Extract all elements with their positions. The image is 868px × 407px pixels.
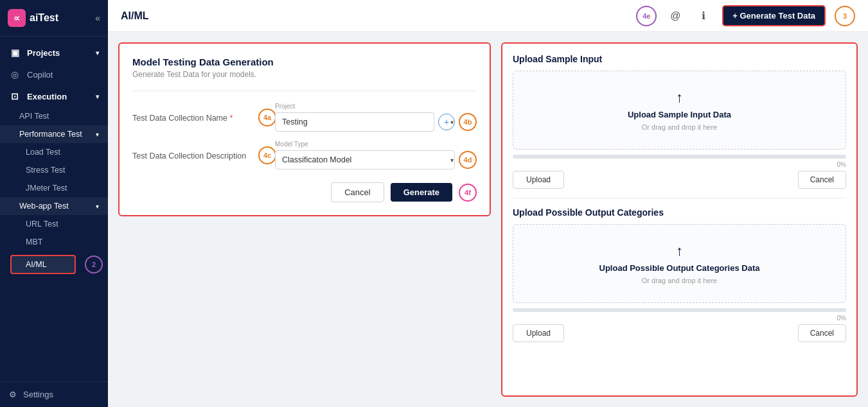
execution-chevron: ▾ (96, 93, 99, 100)
sidebar-item-api-test[interactable]: API Test (0, 107, 108, 125)
execution-label: Execution (27, 92, 67, 101)
copilot-icon: ◎ (9, 69, 21, 80)
upload-sample-button[interactable]: Upload (513, 171, 564, 189)
desc-label-col: Test Data Collection Description 4c (132, 150, 267, 161)
logo: ∝ aiTest (8, 9, 58, 27)
upload-sample-main-text: Upload Sample Input Data (628, 110, 731, 119)
settings-icon: ⚙ (9, 390, 17, 399)
name-label-col: Test Data Collection Name * 4a (132, 112, 267, 123)
annotation-4a: 4a (258, 108, 276, 126)
right-panel: Upload Sample Input ↑ Upload Sample Inpu… (501, 42, 858, 397)
mbt-label: MBT (26, 238, 42, 247)
upload-sample-progress-bar (513, 155, 846, 159)
upload-sample-dropzone[interactable]: ↑ Upload Sample Input Data Or drag and d… (513, 71, 846, 150)
generate-test-data-button[interactable]: + Generate Test Data (722, 5, 826, 26)
upload-sample-icon: ↑ (676, 89, 683, 106)
upload-sample-section: Upload Sample Input ↑ Upload Sample Inpu… (513, 54, 846, 189)
sidebar-item-jmeter-test[interactable]: JMeter Test (0, 179, 108, 197)
sidebar-item-stress-test[interactable]: Stress Test (0, 161, 108, 179)
upload-output-title: Upload Possible Output Categories (513, 207, 846, 218)
settings-item[interactable]: ⚙ Settings (9, 390, 99, 399)
upload-output-sub-text: Or drag and drop it here (642, 277, 717, 284)
url-test-label: URL Test (26, 220, 58, 229)
sidebar-item-projects[interactable]: ▣ Projects ▾ (0, 42, 108, 64)
form-row-desc-model: Test Data Collection Description 4c Mode… (132, 141, 477, 169)
generate-button[interactable]: Generate (391, 183, 452, 202)
sidebar-item-url-test[interactable]: URL Test (0, 215, 108, 233)
collapse-button[interactable]: « (95, 13, 100, 23)
upload-output-progress-label: 0% (513, 315, 846, 322)
upload-output-main-text: Upload Possible Output Categories Data (599, 263, 760, 273)
annotation-4d: 4d (459, 151, 477, 169)
upload-sample-progress-label: 0% (513, 161, 846, 168)
annotation-2: 2 (85, 255, 103, 273)
form-subtitle: Generate Test Data for your models. (132, 70, 477, 79)
sections-divider (513, 198, 846, 198)
info-icon-btn[interactable]: ℹ (694, 6, 713, 26)
project-select[interactable]: Testing (275, 112, 434, 132)
upload-output-actions: Upload Cancel (513, 324, 846, 342)
jmeter-test-label: JMeter Test (26, 184, 67, 193)
copilot-label: Copilot (27, 70, 53, 80)
sidebar-item-execution[interactable]: ⊡ Execution ▾ (0, 85, 108, 107)
sidebar-item-web-app-test[interactable]: Web-app Test ▾ (0, 197, 108, 215)
ai-ml-label: AI/ML (26, 260, 47, 269)
annotation-4c: 4c (258, 146, 276, 164)
sidebar-nav: ▣ Projects ▾ ◎ Copilot ⊡ Execution ▾ API… (0, 37, 108, 381)
project-sub-label: Project (275, 103, 477, 110)
settings-label: Settings (23, 390, 53, 399)
page-title: AI/ML (121, 10, 149, 22)
add-project-button[interactable]: + (438, 114, 455, 130)
upload-sample-actions: Upload Cancel (513, 171, 846, 189)
annotation-4e: 4e (636, 6, 657, 26)
upload-output-progress-bar (513, 308, 846, 312)
upload-output-cancel-button[interactable]: Cancel (798, 324, 846, 342)
stress-test-label: Stress Test (26, 166, 66, 175)
annotation-4f: 4f (459, 184, 477, 202)
logo-icon: ∝ (8, 9, 26, 27)
upload-output-section: Upload Possible Output Categories ↑ Uplo… (513, 207, 846, 342)
perf-chevron: ▾ (96, 131, 99, 138)
sidebar: ∝ aiTest « ▣ Projects ▾ ◎ Copilot ⊡ Exec… (0, 0, 108, 407)
sidebar-item-mbt[interactable]: MBT (0, 233, 108, 251)
required-marker: * (229, 114, 233, 123)
form-title: Model Testing Data Generation (132, 56, 477, 67)
upload-output-button[interactable]: Upload (513, 324, 564, 342)
web-app-test-label: Web-app Test (19, 202, 69, 211)
load-test-label: Load Test (26, 148, 60, 157)
model-type-sub-label: Model Type (275, 141, 477, 148)
sidebar-item-load-test[interactable]: Load Test (0, 143, 108, 161)
sidebar-header: ∝ aiTest « (0, 0, 108, 37)
left-panel: Model Testing Data Generation Generate T… (118, 42, 491, 397)
content-area: Model Testing Data Generation Generate T… (108, 32, 868, 407)
name-label: Test Data Collection Name * (132, 114, 233, 123)
model-type-col: Model Type Classificaton Model ▾ 4d (275, 141, 477, 169)
projects-chevron: ▾ (96, 49, 99, 56)
performance-test-label: Performance Test (19, 130, 82, 139)
topbar-actions: 4e @ ℹ + Generate Test Data 3 (636, 5, 855, 26)
sidebar-item-ai-ml[interactable]: AI/ML (10, 255, 76, 274)
annotation-3: 3 (835, 6, 855, 26)
model-type-select[interactable]: Classificaton Model (275, 150, 455, 169)
cancel-button[interactable]: Cancel (331, 182, 384, 202)
form-row-name-project: Test Data Collection Name * 4a Project T… (132, 103, 477, 132)
upload-sample-cancel-button[interactable]: Cancel (798, 171, 846, 189)
topbar: AI/ML 4e @ ℹ + Generate Test Data 3 (108, 0, 868, 32)
sidebar-item-ai-ml-wrap: AI/ML 2 (5, 254, 103, 275)
project-select-wrap: Testing ▾ + 4b (275, 112, 477, 132)
form-actions: Cancel Generate 4f (132, 182, 477, 202)
upload-sample-title: Upload Sample Input (513, 54, 846, 64)
main: AI/ML 4e @ ℹ + Generate Test Data 3 Mode… (108, 0, 868, 407)
projects-label: Projects (27, 48, 60, 58)
upload-sample-sub-text: Or drag and drop it here (642, 123, 717, 131)
execution-icon: ⊡ (9, 91, 21, 101)
at-icon-btn[interactable]: @ (666, 6, 685, 26)
desc-label: Test Data Collection Description (132, 152, 246, 160)
model-type-select-wrap: Classificaton Model ▾ 4d (275, 150, 477, 169)
upload-output-icon: ↑ (676, 243, 683, 259)
sidebar-footer: ⚙ Settings (0, 381, 108, 407)
upload-output-dropzone[interactable]: ↑ Upload Possible Output Categories Data… (513, 224, 846, 303)
form-card: Model Testing Data Generation Generate T… (118, 42, 491, 216)
sidebar-item-copilot[interactable]: ◎ Copilot (0, 64, 108, 85)
sidebar-item-performance-test[interactable]: Performance Test ▾ (0, 125, 108, 143)
